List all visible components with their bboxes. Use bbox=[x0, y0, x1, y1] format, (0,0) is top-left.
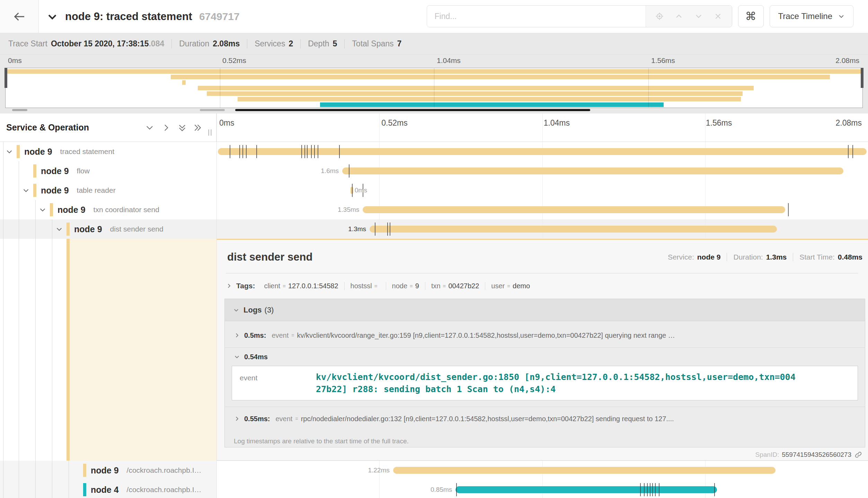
chevron-down-icon[interactable] bbox=[39, 206, 46, 214]
tag-equals: = bbox=[410, 283, 413, 289]
expand-all-icon[interactable] bbox=[193, 123, 202, 133]
span-row-text: node 4/cockroach.roachpb.I… bbox=[91, 480, 202, 498]
minimap-scroll-mark[interactable] bbox=[200, 109, 225, 111]
meta-value: 1.3ms bbox=[766, 253, 787, 261]
summary-item: Trace StartOctober 15 2020, 17:38:15.084 bbox=[8, 39, 164, 48]
summary-label: Duration bbox=[179, 39, 209, 48]
log-marker-tick bbox=[644, 483, 645, 496]
summary-item: Total Spans7 bbox=[344, 39, 401, 48]
minimap-gridline bbox=[648, 68, 649, 108]
link-icon[interactable] bbox=[854, 451, 862, 459]
log-marker-tick bbox=[387, 223, 388, 236]
chevron-down-icon[interactable] bbox=[22, 187, 30, 194]
tag-equals: = bbox=[507, 283, 510, 289]
chevron-down-icon[interactable] bbox=[6, 148, 13, 155]
meta-value: 0.48ms bbox=[838, 253, 862, 261]
span-operation: dist sender send bbox=[110, 225, 163, 233]
log-marker-tick bbox=[349, 164, 349, 178]
span-duration-bar[interactable] bbox=[363, 206, 785, 213]
keyboard-shortcuts-button[interactable]: ⌘ bbox=[738, 5, 764, 27]
tag-key: txn bbox=[431, 282, 441, 290]
chevron-down-icon bbox=[234, 354, 240, 360]
minimap-scroll-mark[interactable] bbox=[235, 109, 590, 111]
log-marker-tick bbox=[304, 145, 305, 158]
column-resizer-grip[interactable] bbox=[208, 129, 212, 136]
locate-icon[interactable] bbox=[654, 10, 665, 22]
meta-label: Duration: bbox=[733, 253, 763, 261]
tag-key: client bbox=[264, 282, 280, 290]
collapse-all-icon[interactable] bbox=[177, 123, 187, 133]
span-tree-row[interactable]: node 9traced statement bbox=[0, 142, 216, 161]
chevron-down-icon[interactable] bbox=[55, 225, 63, 233]
log-entry-row[interactable]: 0.5ms:event=kv/kvclient/kvcoord/range_it… bbox=[225, 323, 865, 348]
span-timeline-row[interactable] bbox=[216, 142, 868, 161]
span-tree-row[interactable]: node 4/cockroach.roachpb.I… bbox=[0, 480, 216, 498]
view-selector-label: Trace Timeline bbox=[778, 11, 833, 21]
collapse-one-icon[interactable] bbox=[145, 123, 154, 133]
span-tree-row[interactable]: node 9txn coordinator send bbox=[0, 200, 216, 219]
summary-value: 5 bbox=[333, 39, 337, 48]
tags-row[interactable]: Tags: client=127.0.0.1:54582hostssl=node… bbox=[226, 277, 858, 295]
log-marker-tick bbox=[390, 223, 390, 236]
span-timeline-row[interactable]: 0ms bbox=[216, 181, 868, 200]
span-tree-row[interactable]: node 9dist sender send bbox=[0, 219, 216, 239]
summary-value-muted: .084 bbox=[149, 39, 164, 48]
log-marker-tick bbox=[848, 145, 849, 158]
span-service: node 9 bbox=[91, 465, 119, 476]
logs-header[interactable]: Logs (3) bbox=[225, 299, 865, 321]
span-timeline-row[interactable]: 0.85ms bbox=[216, 480, 868, 498]
span-timeline-row[interactable]: 1.6ms bbox=[216, 161, 868, 181]
minimap-canvas[interactable] bbox=[5, 68, 863, 108]
span-tree-row[interactable]: node 9flow bbox=[0, 161, 216, 181]
find-group bbox=[427, 5, 732, 27]
trace-id: 6749717 bbox=[199, 11, 240, 22]
collapse-trace-chevron-icon[interactable] bbox=[46, 11, 58, 22]
meta-label: Service: bbox=[668, 253, 694, 261]
pane-divider[interactable] bbox=[216, 114, 217, 498]
tag-item: user=demo bbox=[485, 282, 530, 290]
log-equals: = bbox=[295, 416, 298, 422]
minimap-span-bar bbox=[320, 102, 664, 107]
detail-span-color-stripe bbox=[67, 239, 70, 461]
span-duration-bar[interactable] bbox=[393, 467, 776, 474]
span-row-text: node 9/cockroach.roachpb.I… bbox=[91, 461, 202, 480]
view-selector-button[interactable]: Trace Timeline bbox=[770, 5, 854, 27]
tag-key: user bbox=[491, 282, 505, 290]
log-field-key: event bbox=[272, 332, 289, 339]
span-operation: /cockroach.roachpb.I… bbox=[127, 486, 202, 494]
span-duration-bar[interactable] bbox=[342, 167, 843, 174]
find-input[interactable] bbox=[427, 6, 646, 27]
logs-footnote: Log timestamps are relative to the start… bbox=[225, 431, 865, 445]
span-rows: dist sender send Service:node 9Duration:… bbox=[0, 142, 868, 498]
ruler-tick-label: 1.56ms bbox=[706, 118, 732, 128]
tag-value: 9 bbox=[415, 282, 419, 290]
detail-meta-item: Service:node 9 bbox=[668, 253, 721, 261]
summary-item: Services2 bbox=[247, 39, 293, 48]
span-timeline-row[interactable]: 1.22ms bbox=[216, 461, 868, 480]
minimap-span-bar bbox=[171, 75, 830, 79]
span-timeline-row[interactable]: 1.35ms bbox=[216, 200, 868, 219]
find-prev-icon[interactable] bbox=[673, 10, 685, 22]
minimap-left-scrubber[interactable] bbox=[5, 68, 7, 88]
detail-meta: Service:node 9Duration:1.3msStart Time:0… bbox=[668, 253, 862, 261]
span-tree-row[interactable]: node 9table reader bbox=[0, 181, 216, 200]
minimap-right-scrubber[interactable] bbox=[861, 68, 863, 88]
span-duration-bar[interactable] bbox=[218, 148, 867, 155]
back-button[interactable] bbox=[0, 0, 39, 33]
span-duration-bar[interactable] bbox=[455, 486, 717, 493]
minimap-span-bar bbox=[238, 97, 741, 101]
span-timeline-row[interactable]: 1.3ms bbox=[216, 219, 868, 239]
summary-item: Depth5 bbox=[300, 39, 337, 48]
log-entry-header[interactable]: 0.54ms bbox=[225, 348, 865, 366]
expand-one-icon[interactable] bbox=[161, 123, 171, 133]
span-duration-bar[interactable] bbox=[370, 226, 777, 233]
find-clear-icon[interactable] bbox=[712, 10, 724, 22]
span-detail-panel: dist sender send Service:node 9Duration:… bbox=[217, 239, 868, 461]
minimap-scroll-mark[interactable] bbox=[12, 109, 28, 111]
find-next-icon[interactable] bbox=[693, 10, 705, 22]
tag-equals: = bbox=[374, 283, 378, 289]
span-tree-row[interactable]: node 9/cockroach.roachpb.I… bbox=[0, 461, 216, 480]
log-entry-row[interactable]: 0.55ms:event=rpc/nodedialer/nodedialer.g… bbox=[225, 407, 865, 431]
summary-value: 2 bbox=[289, 39, 293, 48]
trace-summary-bar: Trace StartOctober 15 2020, 17:38:15.084… bbox=[0, 33, 868, 55]
